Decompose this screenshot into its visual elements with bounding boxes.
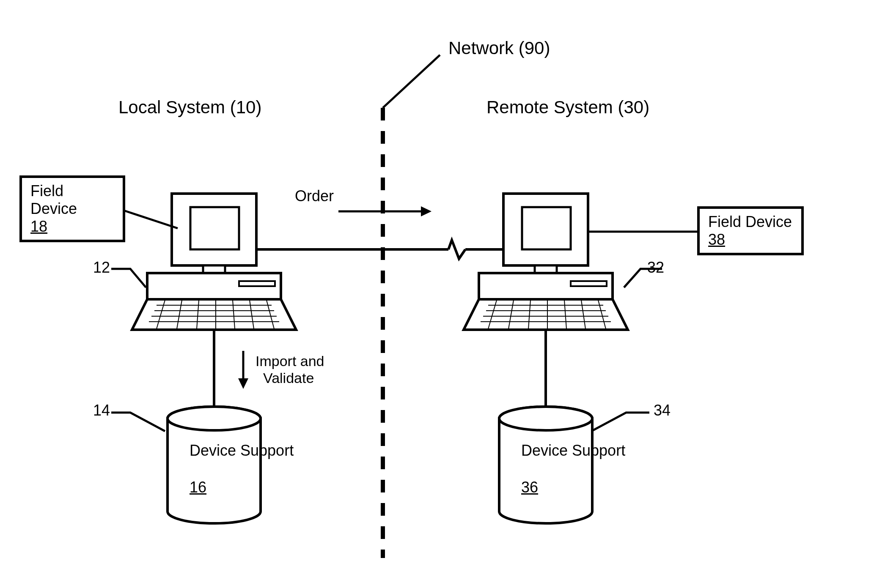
svg-rect-16: [522, 207, 571, 249]
order-label: Order: [295, 187, 334, 205]
local-system-title: Local System (10): [118, 97, 261, 118]
line-break-symbol: [448, 240, 465, 259]
remote-field-device-ref: 38: [708, 231, 793, 249]
local-computer-callout: [111, 269, 146, 287]
local-computer-icon: [132, 194, 296, 330]
svg-rect-3: [239, 281, 275, 286]
local-db-ref: 14: [93, 402, 110, 419]
remote-db-ref: 34: [654, 402, 671, 419]
diagram-svg: [0, 0, 874, 588]
local-field-device-ref: 18: [30, 218, 114, 235]
remote-computer-icon: [464, 194, 628, 330]
svg-rect-18: [571, 281, 607, 286]
network-callout-line: [383, 55, 440, 108]
local-field-device-callout: [124, 211, 178, 228]
local-db-callout: [111, 413, 165, 431]
local-computer-ref: 12: [93, 259, 110, 276]
local-db-label: Device Support: [190, 442, 294, 459]
svg-rect-1: [190, 207, 239, 249]
local-database-icon: [168, 407, 261, 523]
import-label-1: Import and: [256, 353, 324, 369]
svg-marker-33: [238, 378, 248, 389]
local-field-device-label: Field Device: [30, 182, 114, 218]
local-db-inner-ref: 16: [190, 479, 206, 496]
remote-computer-ref: 32: [647, 259, 664, 276]
import-arrow-icon: [238, 351, 248, 389]
remote-field-device-label: Field Device: [708, 213, 793, 231]
svg-marker-31: [421, 206, 432, 216]
svg-point-35: [168, 407, 261, 430]
import-label-2: Validate: [263, 370, 314, 386]
remote-db-label: Device Support: [521, 442, 625, 459]
remote-db-callout: [591, 413, 649, 431]
remote-database-icon: [499, 407, 592, 523]
remote-db-inner-ref: 36: [521, 479, 538, 496]
local-field-device-box: Field Device 18: [19, 175, 125, 242]
remote-field-device-box: Field Device 38: [697, 206, 804, 255]
remote-system-title: Remote System (30): [486, 97, 649, 118]
svg-point-37: [499, 407, 592, 430]
network-label: Network (90): [448, 38, 550, 58]
